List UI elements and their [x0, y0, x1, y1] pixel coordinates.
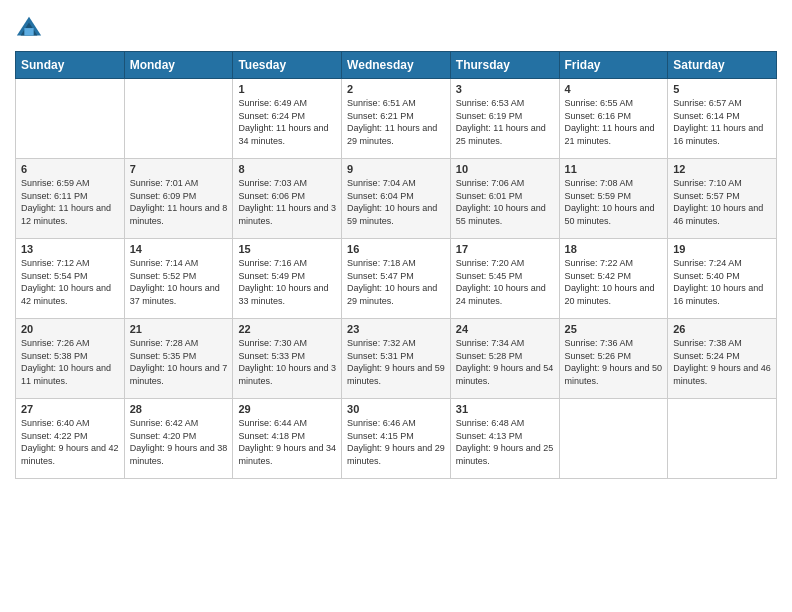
day-info: Sunrise: 7:12 AMSunset: 5:54 PMDaylight:…: [21, 257, 119, 307]
day-info: Sunrise: 6:59 AMSunset: 6:11 PMDaylight:…: [21, 177, 119, 227]
day-info: Sunrise: 7:04 AMSunset: 6:04 PMDaylight:…: [347, 177, 445, 227]
day-number: 8: [238, 163, 336, 175]
day-info: Sunrise: 7:10 AMSunset: 5:57 PMDaylight:…: [673, 177, 771, 227]
week-row-5: 27Sunrise: 6:40 AMSunset: 4:22 PMDayligh…: [16, 399, 777, 479]
calendar-table: SundayMondayTuesdayWednesdayThursdayFrid…: [15, 51, 777, 479]
day-number: 31: [456, 403, 554, 415]
day-number: 23: [347, 323, 445, 335]
day-number: 12: [673, 163, 771, 175]
day-info: Sunrise: 6:48 AMSunset: 4:13 PMDaylight:…: [456, 417, 554, 467]
day-info: Sunrise: 6:44 AMSunset: 4:18 PMDaylight:…: [238, 417, 336, 467]
calendar-cell: 30Sunrise: 6:46 AMSunset: 4:15 PMDayligh…: [342, 399, 451, 479]
day-info: Sunrise: 7:32 AMSunset: 5:31 PMDaylight:…: [347, 337, 445, 387]
day-number: 21: [130, 323, 228, 335]
day-info: Sunrise: 7:22 AMSunset: 5:42 PMDaylight:…: [565, 257, 663, 307]
calendar-cell: 13Sunrise: 7:12 AMSunset: 5:54 PMDayligh…: [16, 239, 125, 319]
day-info: Sunrise: 6:46 AMSunset: 4:15 PMDaylight:…: [347, 417, 445, 467]
calendar-body: 1Sunrise: 6:49 AMSunset: 6:24 PMDaylight…: [16, 79, 777, 479]
day-number: 3: [456, 83, 554, 95]
day-number: 20: [21, 323, 119, 335]
day-info: Sunrise: 7:34 AMSunset: 5:28 PMDaylight:…: [456, 337, 554, 387]
day-info: Sunrise: 7:26 AMSunset: 5:38 PMDaylight:…: [21, 337, 119, 387]
day-number: 1: [238, 83, 336, 95]
day-header-friday: Friday: [559, 52, 668, 79]
calendar-cell: 29Sunrise: 6:44 AMSunset: 4:18 PMDayligh…: [233, 399, 342, 479]
calendar-cell: 9Sunrise: 7:04 AMSunset: 6:04 PMDaylight…: [342, 159, 451, 239]
day-header-sunday: Sunday: [16, 52, 125, 79]
week-row-2: 6Sunrise: 6:59 AMSunset: 6:11 PMDaylight…: [16, 159, 777, 239]
calendar-cell: [668, 399, 777, 479]
day-number: 15: [238, 243, 336, 255]
week-row-3: 13Sunrise: 7:12 AMSunset: 5:54 PMDayligh…: [16, 239, 777, 319]
calendar-cell: 23Sunrise: 7:32 AMSunset: 5:31 PMDayligh…: [342, 319, 451, 399]
day-number: 7: [130, 163, 228, 175]
day-info: Sunrise: 7:06 AMSunset: 6:01 PMDaylight:…: [456, 177, 554, 227]
calendar-cell: 21Sunrise: 7:28 AMSunset: 5:35 PMDayligh…: [124, 319, 233, 399]
calendar-cell: 25Sunrise: 7:36 AMSunset: 5:26 PMDayligh…: [559, 319, 668, 399]
logo-icon: [15, 15, 43, 43]
day-number: 2: [347, 83, 445, 95]
day-info: Sunrise: 7:03 AMSunset: 6:06 PMDaylight:…: [238, 177, 336, 227]
day-number: 19: [673, 243, 771, 255]
calendar-cell: 15Sunrise: 7:16 AMSunset: 5:49 PMDayligh…: [233, 239, 342, 319]
day-info: Sunrise: 7:01 AMSunset: 6:09 PMDaylight:…: [130, 177, 228, 227]
calendar-cell: 11Sunrise: 7:08 AMSunset: 5:59 PMDayligh…: [559, 159, 668, 239]
day-number: 25: [565, 323, 663, 335]
day-number: 14: [130, 243, 228, 255]
calendar-cell: 7Sunrise: 7:01 AMSunset: 6:09 PMDaylight…: [124, 159, 233, 239]
calendar-cell: 10Sunrise: 7:06 AMSunset: 6:01 PMDayligh…: [450, 159, 559, 239]
day-number: 28: [130, 403, 228, 415]
day-header-tuesday: Tuesday: [233, 52, 342, 79]
day-number: 9: [347, 163, 445, 175]
calendar-cell: 5Sunrise: 6:57 AMSunset: 6:14 PMDaylight…: [668, 79, 777, 159]
day-number: 16: [347, 243, 445, 255]
calendar-cell: 8Sunrise: 7:03 AMSunset: 6:06 PMDaylight…: [233, 159, 342, 239]
day-info: Sunrise: 7:18 AMSunset: 5:47 PMDaylight:…: [347, 257, 445, 307]
day-number: 30: [347, 403, 445, 415]
calendar-cell: 18Sunrise: 7:22 AMSunset: 5:42 PMDayligh…: [559, 239, 668, 319]
day-info: Sunrise: 7:20 AMSunset: 5:45 PMDaylight:…: [456, 257, 554, 307]
day-number: 13: [21, 243, 119, 255]
day-info: Sunrise: 6:49 AMSunset: 6:24 PMDaylight:…: [238, 97, 336, 147]
calendar-cell: 3Sunrise: 6:53 AMSunset: 6:19 PMDaylight…: [450, 79, 559, 159]
header: [15, 15, 777, 43]
calendar-cell: 6Sunrise: 6:59 AMSunset: 6:11 PMDaylight…: [16, 159, 125, 239]
calendar-cell: 12Sunrise: 7:10 AMSunset: 5:57 PMDayligh…: [668, 159, 777, 239]
calendar-cell: 27Sunrise: 6:40 AMSunset: 4:22 PMDayligh…: [16, 399, 125, 479]
calendar-cell: 24Sunrise: 7:34 AMSunset: 5:28 PMDayligh…: [450, 319, 559, 399]
day-header-thursday: Thursday: [450, 52, 559, 79]
calendar-cell: 31Sunrise: 6:48 AMSunset: 4:13 PMDayligh…: [450, 399, 559, 479]
week-row-1: 1Sunrise: 6:49 AMSunset: 6:24 PMDaylight…: [16, 79, 777, 159]
calendar-cell: 1Sunrise: 6:49 AMSunset: 6:24 PMDaylight…: [233, 79, 342, 159]
day-info: Sunrise: 6:57 AMSunset: 6:14 PMDaylight:…: [673, 97, 771, 147]
day-number: 5: [673, 83, 771, 95]
calendar-cell: 19Sunrise: 7:24 AMSunset: 5:40 PMDayligh…: [668, 239, 777, 319]
calendar-cell: 2Sunrise: 6:51 AMSunset: 6:21 PMDaylight…: [342, 79, 451, 159]
week-row-4: 20Sunrise: 7:26 AMSunset: 5:38 PMDayligh…: [16, 319, 777, 399]
day-info: Sunrise: 6:53 AMSunset: 6:19 PMDaylight:…: [456, 97, 554, 147]
day-info: Sunrise: 7:08 AMSunset: 5:59 PMDaylight:…: [565, 177, 663, 227]
day-header-wednesday: Wednesday: [342, 52, 451, 79]
day-info: Sunrise: 6:51 AMSunset: 6:21 PMDaylight:…: [347, 97, 445, 147]
calendar-cell: 4Sunrise: 6:55 AMSunset: 6:16 PMDaylight…: [559, 79, 668, 159]
day-number: 24: [456, 323, 554, 335]
day-info: Sunrise: 7:38 AMSunset: 5:24 PMDaylight:…: [673, 337, 771, 387]
day-number: 27: [21, 403, 119, 415]
day-info: Sunrise: 7:28 AMSunset: 5:35 PMDaylight:…: [130, 337, 228, 387]
day-number: 22: [238, 323, 336, 335]
day-header-saturday: Saturday: [668, 52, 777, 79]
day-number: 10: [456, 163, 554, 175]
day-number: 26: [673, 323, 771, 335]
day-number: 17: [456, 243, 554, 255]
calendar-cell: [124, 79, 233, 159]
calendar-cell: 17Sunrise: 7:20 AMSunset: 5:45 PMDayligh…: [450, 239, 559, 319]
calendar-cell: 20Sunrise: 7:26 AMSunset: 5:38 PMDayligh…: [16, 319, 125, 399]
day-number: 6: [21, 163, 119, 175]
day-info: Sunrise: 6:40 AMSunset: 4:22 PMDaylight:…: [21, 417, 119, 467]
day-number: 11: [565, 163, 663, 175]
svg-rect-2: [24, 28, 33, 35]
days-header-row: SundayMondayTuesdayWednesdayThursdayFrid…: [16, 52, 777, 79]
day-info: Sunrise: 7:24 AMSunset: 5:40 PMDaylight:…: [673, 257, 771, 307]
calendar-cell: 22Sunrise: 7:30 AMSunset: 5:33 PMDayligh…: [233, 319, 342, 399]
day-header-monday: Monday: [124, 52, 233, 79]
